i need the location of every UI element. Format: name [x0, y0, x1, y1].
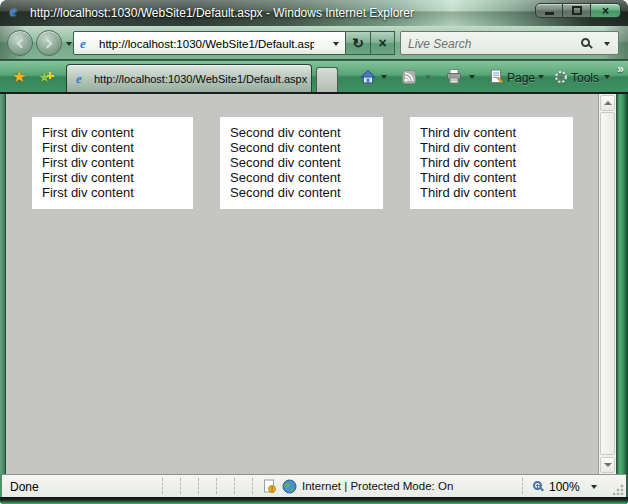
refresh-button[interactable]: ↻	[346, 32, 370, 54]
status-separator	[234, 478, 235, 494]
window-bottom-border	[0, 497, 628, 504]
text-line: First div content	[42, 185, 193, 200]
refresh-icon: ↻	[352, 36, 364, 50]
search-input[interactable]	[408, 35, 566, 52]
printer-icon	[446, 69, 462, 84]
minimize-icon	[545, 12, 554, 15]
page-dropdown-icon[interactable]	[538, 75, 544, 79]
text-line: First div content	[42, 170, 193, 185]
forward-button[interactable]	[36, 30, 62, 56]
page-menu-button[interactable]	[490, 69, 504, 84]
close-icon: ×	[602, 5, 609, 17]
scroll-down-button[interactable]	[600, 457, 615, 473]
status-done-text: Done	[10, 480, 39, 494]
home-dropdown-icon[interactable]	[381, 75, 387, 79]
address-bar[interactable]: e	[73, 31, 346, 55]
favorites-center-button[interactable]: ★	[12, 69, 26, 85]
text-line: First div content	[42, 155, 193, 170]
text-line: Third div content	[420, 140, 573, 155]
window-title: http://localhost:1030/WebSite1/Default.a…	[30, 6, 414, 20]
tools-dropdown-icon[interactable]	[604, 75, 610, 79]
status-separator	[216, 478, 217, 494]
gear-icon	[554, 70, 568, 84]
feeds-dropdown-icon[interactable]	[425, 75, 431, 79]
vertical-scrollbar[interactable]	[598, 94, 616, 474]
minimize-button[interactable]	[535, 3, 563, 18]
zoom-level[interactable]: 100%	[549, 480, 580, 494]
tools-menu-label[interactable]: Tools	[571, 71, 599, 85]
text-line: First div content	[42, 140, 193, 155]
page-favicon-icon: e	[80, 36, 86, 52]
zone-protected-mode-text: Internet | Protected Mode: On	[302, 480, 453, 492]
close-button[interactable]: ×	[591, 3, 621, 18]
ie-logo-icon: e	[10, 4, 17, 19]
window-right-border	[616, 94, 628, 474]
page-content-area: First div content First div content Firs…	[0, 92, 628, 474]
forward-arrow-icon	[43, 38, 53, 48]
maximize-icon	[572, 6, 582, 15]
resize-grip[interactable]	[613, 484, 624, 495]
recent-pages-dropdown[interactable]	[66, 42, 72, 46]
status-separator	[252, 478, 253, 494]
zoom-icon[interactable]	[533, 481, 542, 490]
status-separator	[522, 478, 523, 494]
page-menu-label[interactable]: Page	[507, 71, 535, 85]
tab-label: http://localhost:1030/WebSite1/Default.a…	[94, 73, 307, 85]
toolbar-overflow-chevron[interactable]: »	[617, 62, 624, 76]
feeds-button[interactable]	[402, 70, 416, 84]
tab-active[interactable]: e http://localhost:1030/WebSite1/Default…	[66, 64, 312, 93]
search-options-dropdown-icon[interactable]	[604, 42, 610, 46]
tab-command-bar: ★ ★ e http://localhost:1030/WebSite1/Def…	[0, 60, 628, 92]
security-report-icon[interactable]	[263, 479, 277, 494]
text-line: Second div content	[230, 140, 383, 155]
search-icon[interactable]	[581, 38, 590, 47]
status-separator	[162, 478, 163, 494]
text-line: Second div content	[230, 170, 383, 185]
print-dropdown-icon[interactable]	[469, 75, 475, 79]
second-div-box: Second div content Second div content Se…	[220, 117, 383, 209]
print-button[interactable]	[446, 69, 462, 84]
zoom-dropdown-icon[interactable]	[591, 485, 597, 489]
tab-favicon-icon: e	[76, 71, 82, 87]
third-div-box: Third div content Third div content Thir…	[410, 117, 573, 209]
address-dropdown-icon[interactable]	[333, 42, 339, 46]
new-tab-button[interactable]	[316, 67, 338, 93]
status-separator	[180, 478, 181, 494]
text-line: Second div content	[230, 155, 383, 170]
text-line: Third div content	[420, 170, 573, 185]
scroll-down-icon	[604, 463, 612, 467]
add-favorite-plus-icon	[49, 72, 51, 79]
status-bar: Done Internet | Protected Mode: On 100%	[2, 474, 626, 497]
browser-window: e http://localhost:1030/WebSite1/Default…	[0, 0, 628, 504]
text-line: Second div content	[230, 125, 383, 140]
scroll-up-button[interactable]	[600, 95, 615, 111]
internet-zone-globe-icon[interactable]	[282, 479, 297, 494]
text-line: Second div content	[230, 185, 383, 200]
text-line: Third div content	[420, 155, 573, 170]
window-left-border	[0, 94, 6, 474]
scroll-up-icon	[604, 101, 612, 105]
address-input[interactable]	[99, 35, 314, 52]
rss-feed-icon	[402, 70, 416, 84]
text-line: Third div content	[420, 125, 573, 140]
home-icon	[360, 69, 376, 85]
back-button[interactable]	[7, 30, 33, 56]
text-line: Third div content	[420, 185, 573, 200]
window-controls: ×	[535, 3, 621, 18]
tools-menu-button[interactable]	[554, 70, 568, 84]
back-arrow-icon	[17, 38, 27, 48]
scrollbar-thumb[interactable]	[600, 112, 615, 455]
search-box[interactable]	[400, 31, 619, 55]
title-bar: e http://localhost:1030/WebSite1/Default…	[0, 0, 628, 26]
refresh-stop-group: ↻ ×	[346, 31, 395, 55]
page-icon	[490, 69, 504, 84]
first-div-box: First div content First div content Firs…	[32, 117, 193, 209]
home-button[interactable]	[360, 69, 376, 85]
status-separator	[198, 478, 199, 494]
stop-icon: ×	[378, 36, 386, 50]
maximize-button[interactable]	[563, 3, 591, 18]
stop-button[interactable]: ×	[370, 32, 394, 54]
navigation-bar: e ↻ ×	[0, 26, 628, 60]
text-line: First div content	[42, 125, 193, 140]
